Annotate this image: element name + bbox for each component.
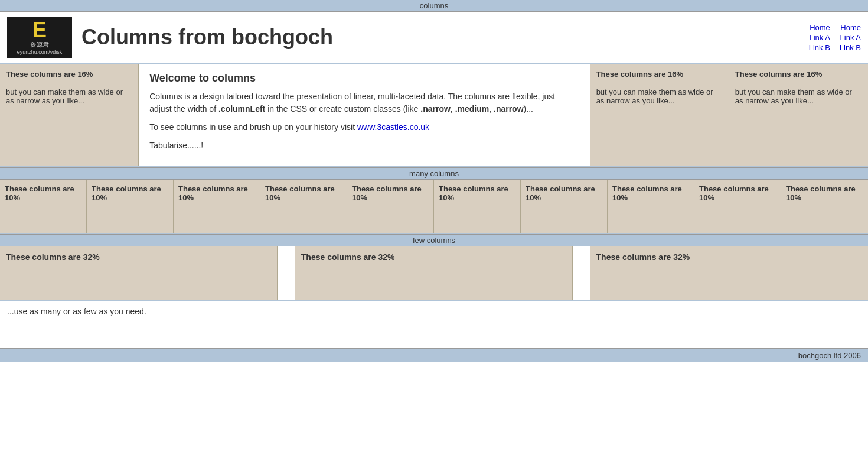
nav-link-a-1[interactable]: Link A	[809, 33, 830, 42]
few-col-2: These columns are 32%	[295, 246, 573, 300]
intro-p1: Columns is a design tailored toward the …	[149, 90, 579, 115]
logo: E 资源君 eyunzhu.com/vdisk	[7, 17, 72, 58]
few-col-1: These columns are 32%	[0, 246, 278, 300]
bottom-text: ...use as many or as few as you need.	[0, 301, 868, 348]
many-col-4: These columns are 10%	[260, 180, 347, 233]
nav-link-b-1[interactable]: Link B	[809, 43, 830, 52]
many-col-5: These columns are 10%	[347, 180, 434, 233]
col-16-left-heading: These columns are 16%	[6, 70, 93, 79]
logo-text: 资源君	[30, 41, 50, 49]
logo-letter: E	[32, 20, 47, 41]
header-left: E 资源君 eyunzhu.com/vdisk Columns from boc…	[7, 17, 333, 58]
many-col-6: These columns are 10%	[434, 180, 521, 233]
intro-p3: Tabularise......!	[149, 139, 579, 152]
top-bar: columns	[0, 0, 868, 12]
many-columns-row: These columns are 10% These columns are …	[0, 180, 868, 234]
divider-few: few columns	[0, 234, 868, 246]
many-col-3: These columns are 10%	[174, 180, 260, 233]
few-col-gap1	[278, 246, 295, 300]
intro-heading: Welcome to columns	[149, 72, 579, 85]
many-col-9: These columns are 10%	[694, 180, 781, 233]
logo-url: eyunzhu.com/vdisk	[17, 49, 63, 55]
main-content: These columns are 16% but you can make t…	[0, 64, 868, 167]
col-16-right2-body: but you can make them as wide or as narr…	[735, 87, 852, 105]
divider-many: many columns	[0, 167, 868, 180]
many-col-2: These columns are 10%	[87, 180, 174, 233]
col-16-right1-body: but you can make them as wide or as narr…	[596, 87, 713, 105]
nav-home-1[interactable]: Home	[809, 23, 830, 32]
few-columns-row: These columns are 32% These columns are …	[0, 246, 868, 301]
footer: bochgoch ltd 2006	[0, 348, 868, 362]
nav-link-b-2[interactable]: Link B	[840, 43, 861, 52]
col-16-right1-heading: These columns are 16%	[596, 70, 683, 79]
header: E 资源君 eyunzhu.com/vdisk Columns from boc…	[0, 12, 868, 64]
intro-p2: To see columns in use and brush up on yo…	[149, 121, 579, 134]
col-16-left: These columns are 16% but you can make t…	[0, 64, 139, 166]
col-16-right2-heading: These columns are 16%	[735, 70, 822, 79]
col-16-right1: These columns are 16% but you can make t…	[590, 64, 729, 166]
nav-home-2[interactable]: Home	[840, 23, 861, 32]
many-col-1: These columns are 10%	[0, 180, 87, 233]
page-title: Columns from bochgoch	[81, 25, 333, 50]
col-16-right2: These columns are 16% but you can make t…	[729, 64, 868, 166]
top-bar-label: columns	[420, 1, 448, 10]
many-col-8: These columns are 10%	[608, 180, 694, 233]
many-col-7: These columns are 10%	[521, 180, 608, 233]
intro-link[interactable]: www.3castles.co.uk	[357, 122, 429, 132]
header-nav: Home Home Link A Link A Link B Link B	[809, 23, 861, 52]
footer-link[interactable]: bochgoch ltd 2006	[798, 351, 861, 360]
many-col-10: These columns are 10%	[781, 180, 868, 233]
few-col-gap2	[573, 246, 590, 300]
nav-link-a-2[interactable]: Link A	[840, 33, 861, 42]
few-col-3: These columns are 32%	[590, 246, 868, 300]
col-intro: Welcome to columns Columns is a design t…	[139, 64, 590, 166]
col-16-left-body: but you can make them as wide or as narr…	[6, 87, 123, 105]
